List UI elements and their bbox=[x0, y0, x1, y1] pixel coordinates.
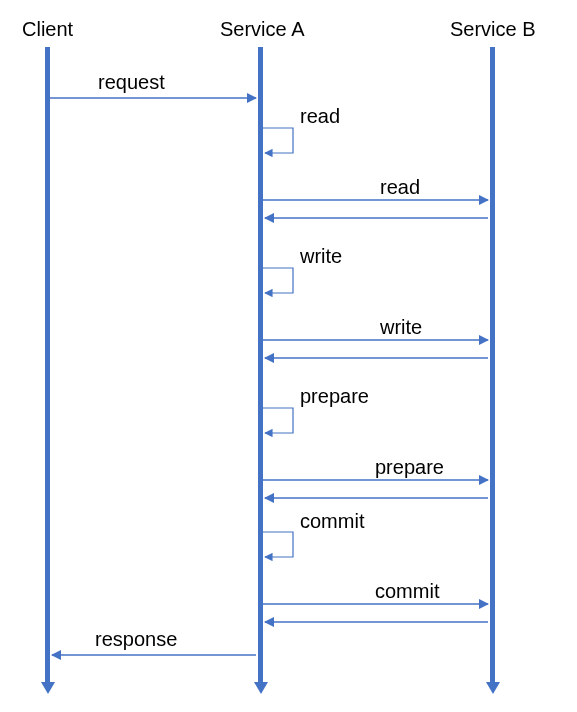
msg-read-b: read bbox=[380, 176, 420, 199]
arrow-write-self bbox=[263, 268, 293, 293]
arrow-prepare-self bbox=[263, 408, 293, 433]
sequence-diagram: Client Service A Service B request read … bbox=[0, 0, 577, 712]
lifeline-service-a bbox=[258, 47, 263, 683]
msg-read-self: read bbox=[300, 105, 340, 128]
lifeline-service-b-end bbox=[486, 682, 500, 694]
lifeline-service-b bbox=[490, 47, 495, 683]
msg-commit-self: commit bbox=[300, 510, 364, 533]
participant-service-b: Service B bbox=[450, 18, 536, 41]
msg-prepare-b: prepare bbox=[375, 456, 444, 479]
lifeline-client bbox=[45, 47, 50, 683]
msg-request: request bbox=[98, 71, 165, 94]
arrow-read-self bbox=[263, 128, 293, 153]
msg-commit-b: commit bbox=[375, 580, 439, 603]
msg-write-b: write bbox=[380, 316, 422, 339]
msg-write-self: write bbox=[300, 245, 342, 268]
lifeline-client-end bbox=[41, 682, 55, 694]
lifeline-service-a-end bbox=[254, 682, 268, 694]
msg-response: response bbox=[95, 628, 177, 651]
arrow-commit-self bbox=[263, 532, 293, 557]
participant-service-a: Service A bbox=[220, 18, 304, 41]
msg-prepare-self: prepare bbox=[300, 385, 369, 408]
participant-client: Client bbox=[22, 18, 73, 41]
